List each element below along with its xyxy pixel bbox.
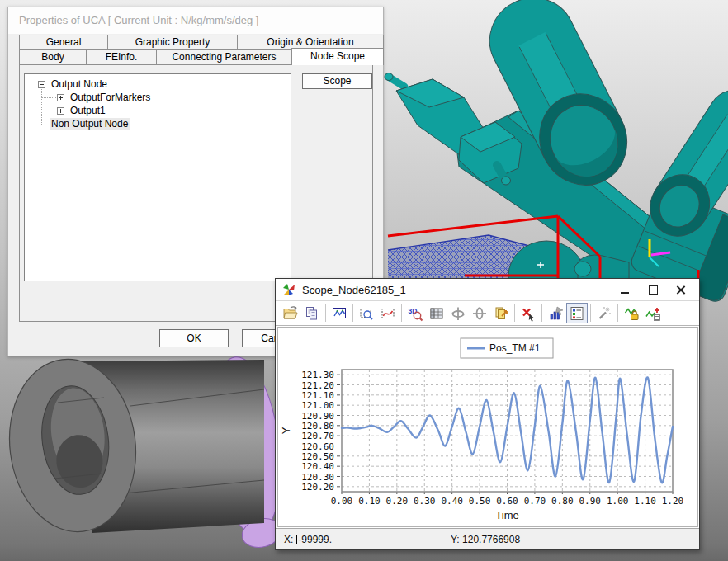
svg-text:120.30: 120.30 xyxy=(301,472,334,483)
close-button[interactable] xyxy=(671,282,691,297)
svg-text:120.80: 120.80 xyxy=(301,421,334,431)
toolbar-button-add-curve[interactable] xyxy=(642,303,664,323)
tree-item-label[interactable]: Output Node xyxy=(50,78,109,91)
svg-text:1.10: 1.10 xyxy=(634,496,656,507)
toolbar-separator xyxy=(617,304,618,322)
rotate-vertical-icon xyxy=(471,305,488,322)
toolbar-separator xyxy=(541,304,542,322)
status-x-label: X: xyxy=(284,534,293,545)
svg-text:121.20: 121.20 xyxy=(301,380,334,391)
line-chart: 0.000.100.200.300.400.500.600.700.800.90… xyxy=(278,328,699,528)
toolbar-button-zoom-window[interactable] xyxy=(356,303,377,323)
toolbar-button-rotate-vertical[interactable] xyxy=(469,303,490,323)
svg-text:0.70: 0.70 xyxy=(524,496,546,507)
tab-node-scope[interactable]: Node Scope xyxy=(291,48,384,65)
svg-text:0.40: 0.40 xyxy=(441,496,463,507)
tab-feinfo[interactable]: FEInfo. xyxy=(86,50,157,64)
svg-text:120.70: 120.70 xyxy=(301,431,334,441)
gray-bushing-cylinder xyxy=(0,352,264,540)
toolbar-button-zoom-3d[interactable] xyxy=(404,303,426,323)
svg-text:121.30: 121.30 xyxy=(301,370,334,380)
toolbar-button-rotate-horizontal[interactable] xyxy=(447,303,469,323)
svg-text:0.90: 0.90 xyxy=(579,496,602,507)
svg-text:0.60: 0.60 xyxy=(496,496,518,507)
status-y-label: Y: xyxy=(451,534,460,545)
status-x-value[interactable]: -99999. xyxy=(298,534,332,545)
toolbar-button-plot-type[interactable] xyxy=(329,303,350,323)
output-node-tree[interactable]: Output Node OutputForMarkers Output1 Non… xyxy=(24,73,291,281)
collapse-icon[interactable] xyxy=(38,81,45,88)
svg-text:0.50: 0.50 xyxy=(469,496,491,507)
legend-list-icon xyxy=(569,305,585,322)
toolbar-button-grid-view[interactable] xyxy=(426,303,447,323)
toolbar-button-lock-curve[interactable] xyxy=(621,303,642,323)
svg-text:120.40: 120.40 xyxy=(301,461,334,472)
toolbar-button-export-pages[interactable] xyxy=(490,303,512,323)
toolbar-button-delete-marker[interactable] xyxy=(518,303,539,323)
tab-general[interactable]: General xyxy=(19,35,108,50)
legend-series-label: Pos_TM #1 xyxy=(489,342,541,354)
svg-text:0.30: 0.30 xyxy=(414,496,436,507)
toolbar-separator xyxy=(325,304,326,322)
export-pages-icon xyxy=(493,305,509,322)
properties-dialog-title: Properties of UCA [ Current Unit : N/kg/… xyxy=(19,14,258,26)
ok-button[interactable]: OK xyxy=(159,329,229,347)
toolbar-separator xyxy=(401,304,402,322)
delete-marker-icon xyxy=(520,305,537,322)
zoom-3d-icon xyxy=(407,305,423,322)
magic-wand-icon xyxy=(596,305,612,322)
svg-text:120.50: 120.50 xyxy=(301,451,334,462)
expand-icon[interactable] xyxy=(57,94,64,101)
toolbar-separator xyxy=(514,304,515,322)
tree-item-label[interactable]: Non Output Node xyxy=(50,118,130,130)
grid-view-icon xyxy=(428,305,445,322)
toolbar-button-chart-style[interactable] xyxy=(545,303,566,323)
scope-window: Scope_Node62185_1 0.000.100.200.300.400.… xyxy=(275,278,700,550)
tab-body[interactable]: Body xyxy=(19,50,87,64)
chart-style-icon xyxy=(547,305,564,322)
application-window: Properties of UCA [ Current Unit : N/kg/… xyxy=(0,0,728,561)
svg-text:0.80: 0.80 xyxy=(551,496,574,507)
toolbar-button-magic-wand[interactable] xyxy=(593,303,615,323)
tab-connecting-parameters[interactable]: Connecting Parameters xyxy=(156,50,292,64)
app-logo-icon xyxy=(282,283,295,296)
plot-type-icon xyxy=(331,305,347,322)
svg-text:120.90: 120.90 xyxy=(301,411,334,422)
properties-dialog-titlebar[interactable]: Properties of UCA [ Current Unit : N/kg/… xyxy=(8,7,383,34)
toolbar-separator xyxy=(590,304,591,322)
scope-button[interactable]: Scope xyxy=(302,73,372,89)
toolbar-button-open-file[interactable] xyxy=(280,303,301,323)
scope-toolbar xyxy=(276,300,699,326)
tree-item-label[interactable]: Output1 xyxy=(69,105,107,117)
y-axis-title: Y xyxy=(280,427,292,434)
zoom-window-icon xyxy=(358,305,375,322)
data-series-line xyxy=(342,377,673,483)
svg-text:0.00: 0.00 xyxy=(331,496,353,507)
minimize-button[interactable] xyxy=(615,282,635,297)
scope-window-titlebar[interactable]: Scope_Node62185_1 xyxy=(276,279,699,300)
tab-graphic-property[interactable]: Graphic Property xyxy=(107,35,238,50)
tree-item-label[interactable]: OutputForMarkers xyxy=(69,92,152,104)
open-file-icon xyxy=(282,305,299,322)
lock-curve-icon xyxy=(623,305,640,322)
add-curve-icon xyxy=(645,305,661,322)
svg-text:121.00: 121.00 xyxy=(301,400,334,411)
toolbar-button-legend-list[interactable] xyxy=(566,303,588,323)
toolbar-separator xyxy=(352,304,353,322)
toolbar-button-fit-curve[interactable] xyxy=(377,303,399,323)
status-y-value[interactable]: 120.7766908 xyxy=(462,534,520,545)
maximize-button[interactable] xyxy=(643,282,663,297)
svg-text:121.10: 121.10 xyxy=(301,390,334,401)
rotate-horizontal-icon xyxy=(450,305,466,322)
svg-text:1.00: 1.00 xyxy=(607,496,629,507)
fit-curve-icon xyxy=(380,305,396,322)
svg-text:120.60: 120.60 xyxy=(301,441,334,452)
svg-text:120.20: 120.20 xyxy=(301,482,334,493)
toolbar-button-copy[interactable] xyxy=(301,303,323,323)
scope-statusbar: X:-99999. Y: 120.7766908 xyxy=(276,528,699,549)
x-axis-title: Time xyxy=(495,509,518,521)
tree-guide xyxy=(41,86,42,125)
expand-icon[interactable] xyxy=(57,107,64,115)
chart-panel[interactable]: 0.000.100.200.300.400.500.600.700.800.90… xyxy=(277,327,698,527)
svg-text:1.20: 1.20 xyxy=(662,496,684,507)
